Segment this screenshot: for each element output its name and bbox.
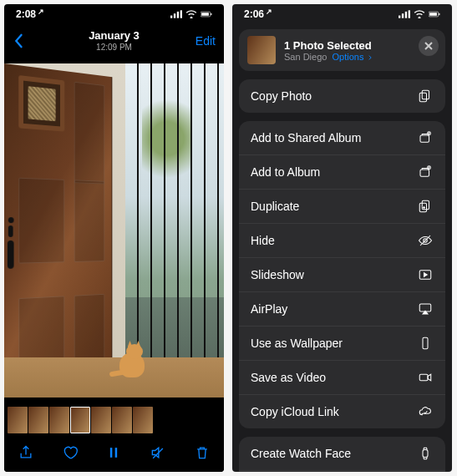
action-files[interactable]: Save to Files	[239, 471, 445, 472]
copy-icon	[417, 89, 434, 104]
signal-icon	[399, 10, 410, 18]
svg-rect-10	[402, 13, 404, 18]
svg-rect-9	[399, 16, 400, 18]
icloud-icon	[417, 404, 434, 419]
thumbnail[interactable]	[28, 407, 48, 433]
svg-rect-29	[423, 450, 428, 458]
battery-icon	[201, 10, 212, 18]
action-list[interactable]: Copy PhotoAdd to Shared AlbumAdd to Albu…	[232, 79, 452, 472]
share-title: 1 Photo Selected	[284, 39, 373, 52]
speaker-mute-icon	[150, 444, 166, 461]
action-copy[interactable]: Copy Photo	[239, 79, 445, 113]
slideshow-icon	[417, 267, 434, 282]
action-label: AirPlay	[251, 302, 287, 316]
svg-rect-16	[422, 90, 429, 99]
wifi-icon	[414, 10, 425, 18]
action-airplay[interactable]: AirPlay	[239, 292, 445, 327]
status-bar: 2:08↗	[4, 4, 224, 24]
action-label: Create Watch Face	[251, 447, 351, 460]
close-icon	[424, 42, 433, 50]
battery-icon	[429, 10, 440, 18]
share-icon	[18, 444, 34, 461]
svg-rect-6	[211, 13, 211, 15]
action-album[interactable]: Add to Album	[239, 155, 445, 190]
watch-icon	[417, 446, 434, 461]
svg-rect-14	[429, 13, 437, 16]
options-link[interactable]: Options	[333, 52, 373, 62]
action-label: Slideshow	[251, 268, 304, 281]
nav-date: January 3	[89, 30, 140, 42]
thumbnail[interactable]	[49, 407, 69, 433]
close-button[interactable]	[419, 36, 439, 56]
svg-rect-0	[170, 16, 172, 18]
svg-rect-1	[174, 13, 175, 18]
share-header: 1 Photo Selected San Diego Options	[239, 29, 445, 71]
svg-rect-11	[405, 12, 407, 18]
duplicate-icon	[417, 199, 434, 214]
status-bar: 2:06↗	[232, 4, 452, 24]
svg-rect-17	[419, 93, 426, 102]
action-group: Copy Photo	[239, 79, 445, 113]
nav-title-area: January 3 12:09 PM	[89, 30, 140, 51]
video-icon	[417, 370, 434, 385]
action-group: Add to Shared AlbumAdd to AlbumDuplicate…	[239, 121, 445, 428]
photo-viewport[interactable]	[4, 58, 224, 403]
nav-time: 12:09 PM	[89, 43, 140, 52]
status-indicators	[399, 10, 440, 18]
svg-rect-12	[409, 10, 410, 18]
action-shared-album[interactable]: Add to Shared Album	[239, 121, 445, 155]
trash-button[interactable]	[194, 444, 211, 464]
action-label: Duplicate	[251, 200, 299, 213]
edit-button[interactable]: Edit	[182, 34, 216, 48]
shared-album-icon	[417, 130, 434, 145]
action-icloud[interactable]: Copy iCloud Link	[239, 395, 445, 428]
share-thumbnail	[247, 36, 276, 64]
share-button[interactable]	[18, 444, 34, 464]
action-watch[interactable]: Create Watch Face	[239, 437, 445, 471]
svg-rect-3	[180, 10, 182, 18]
wifi-icon	[185, 10, 197, 18]
wallpaper-icon	[417, 336, 434, 351]
thumbnail[interactable]	[8, 407, 28, 433]
action-label: Copy iCloud Link	[251, 405, 339, 418]
heart-icon	[62, 444, 79, 461]
svg-rect-20	[420, 170, 429, 176]
bottom-toolbar	[4, 437, 224, 472]
nav-bar: January 3 12:09 PM Edit	[4, 24, 224, 58]
pause-button[interactable]	[105, 444, 122, 464]
thumbnail-strip[interactable]	[4, 403, 224, 437]
signal-icon	[170, 10, 182, 18]
svg-rect-22	[422, 200, 429, 210]
action-label: Save as Video	[251, 371, 326, 384]
action-video[interactable]: Save as Video	[239, 361, 445, 395]
action-hide[interactable]: Hide	[239, 224, 445, 258]
trash-icon	[194, 444, 211, 461]
action-label: Hide	[251, 234, 275, 247]
action-label: Add to Album	[251, 165, 320, 179]
svg-rect-15	[439, 13, 439, 15]
action-label: Use as Wallpaper	[251, 337, 343, 350]
thumbnail[interactable]	[133, 407, 153, 433]
thumbnail[interactable]	[112, 407, 132, 433]
airplay-icon	[417, 301, 434, 316]
photo-viewer-screen: 2:08↗ January 3 12:09 PM Edit	[4, 4, 224, 472]
svg-rect-2	[177, 12, 179, 18]
action-label: Copy Photo	[251, 89, 312, 103]
mute-button[interactable]	[150, 444, 166, 464]
back-button[interactable]	[13, 33, 46, 48]
status-indicators	[170, 10, 212, 18]
svg-rect-8	[115, 448, 118, 458]
action-group: Create Watch FaceSave to FilesAssign to …	[239, 437, 445, 472]
thumbnail[interactable]	[91, 407, 111, 433]
action-wallpaper[interactable]: Use as Wallpaper	[239, 327, 445, 361]
action-slideshow[interactable]: Slideshow	[239, 258, 445, 292]
action-duplicate[interactable]: Duplicate	[239, 190, 445, 224]
thumbnail[interactable]	[70, 407, 90, 433]
share-sheet-screen: 2:06↗ 1 Photo Selected San Diego Options…	[232, 4, 452, 472]
svg-rect-18	[420, 135, 429, 142]
photo-content	[4, 63, 224, 398]
album-icon	[417, 165, 434, 180]
favorite-button[interactable]	[62, 444, 79, 464]
status-time: 2:08↗	[16, 8, 43, 20]
hide-icon	[417, 233, 434, 248]
